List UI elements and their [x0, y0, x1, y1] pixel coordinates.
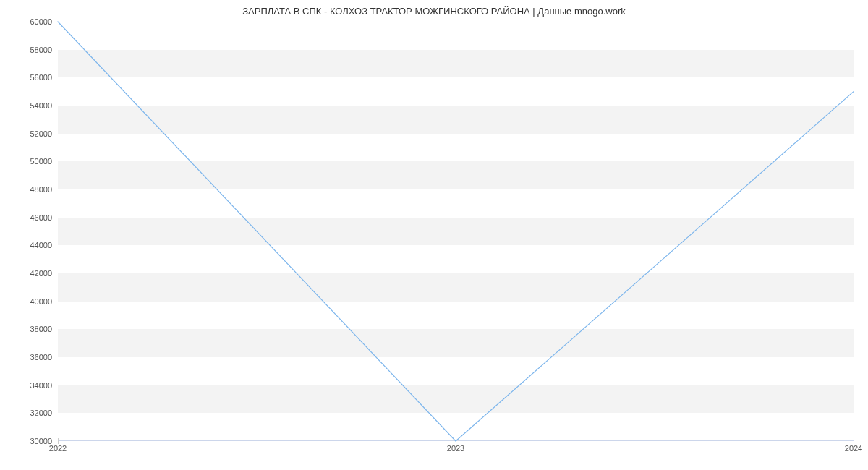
y-tick-label: 48000	[9, 185, 52, 194]
series-layer	[58, 22, 854, 441]
chart-title: ЗАРПЛАТА В СПК - КОЛХОЗ ТРАКТОР МОЖГИНСК…	[0, 6, 868, 17]
y-tick-label: 58000	[9, 46, 52, 54]
y-tick-label: 36000	[9, 353, 52, 362]
y-tick-label: 32000	[9, 409, 52, 417]
y-tick-label: 56000	[9, 73, 52, 82]
x-tick	[456, 438, 456, 444]
y-tick-label: 34000	[9, 381, 52, 390]
x-tick-label: 2022	[49, 444, 67, 453]
x-tick	[854, 438, 854, 444]
line-chart: ЗАРПЛАТА В СПК - КОЛХОЗ ТРАКТОР МОЖГИНСК…	[0, 0, 868, 470]
y-tick-label: 40000	[9, 297, 52, 306]
y-tick-label: 42000	[9, 269, 52, 278]
y-tick-label: 54000	[9, 101, 52, 110]
x-tick-label: 2023	[447, 444, 464, 453]
series-line	[58, 22, 854, 441]
y-tick-label: 46000	[9, 213, 52, 222]
x-tick-label: 2024	[845, 444, 862, 453]
y-tick-label: 50000	[9, 157, 52, 166]
plot-area	[58, 22, 854, 441]
y-tick-label: 38000	[9, 325, 52, 333]
y-tick-label: 44000	[9, 241, 52, 249]
x-tick	[58, 438, 59, 444]
y-tick-label: 30000	[9, 437, 52, 445]
y-tick-label: 52000	[9, 129, 52, 138]
y-tick-label: 60000	[9, 17, 52, 26]
